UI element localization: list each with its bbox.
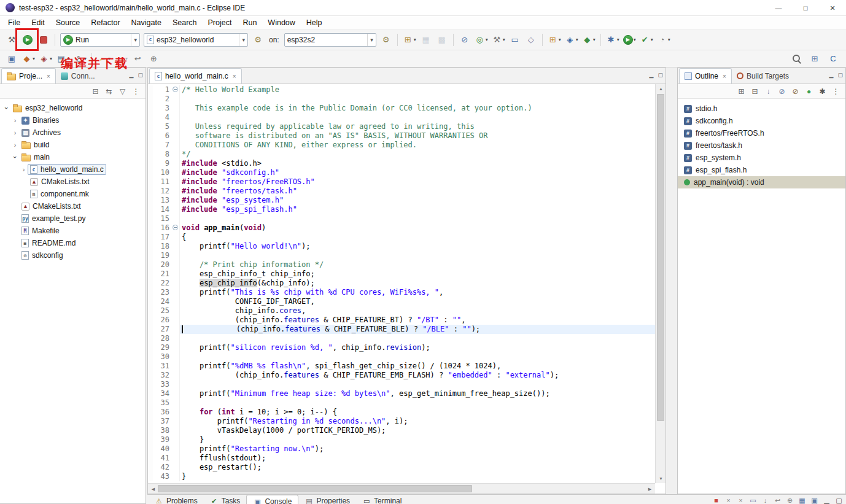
tree-item-build[interactable]: ›build: [0, 139, 146, 151]
open-console-button[interactable]: ▭: [508, 33, 522, 47]
code-line-11[interactable]: 11#include "freertos/FreeRTOS.h": [148, 177, 655, 187]
tree-expanded-arrow-icon[interactable]: ›: [12, 153, 19, 161]
chevron-down-icon[interactable]: ▾: [33, 56, 35, 61]
edit-config-gear-button[interactable]: ⚙: [250, 33, 265, 47]
close-icon[interactable]: ×: [233, 73, 236, 80]
launch-mode-combo[interactable]: ▶Run▾: [60, 33, 140, 47]
tree-item-binaries[interactable]: ›✦Binaries: [0, 114, 146, 126]
menu-item-file[interactable]: File: [2, 16, 26, 29]
console-view-button[interactable]: ▣: [4, 52, 19, 66]
code-line-13[interactable]: 13#include "esp_system.h": [148, 196, 655, 205]
hide-static-icon[interactable]: ⊘: [790, 85, 801, 97]
tab-outline[interactable]: Outline ×: [679, 68, 732, 83]
code-line-17[interactable]: 17{: [148, 233, 655, 242]
scroll-lock-icon[interactable]: ↓: [761, 496, 770, 504]
chevron-down-icon[interactable]: ▾: [617, 37, 619, 42]
vertical-scrollbar[interactable]: ▲ ▼: [655, 84, 666, 483]
build-flash-button[interactable]: ⚒: [4, 33, 19, 47]
minimize-button[interactable]: —: [765, 0, 792, 16]
pin-editor-button[interactable]: ⊕: [146, 52, 161, 66]
code-line-42[interactable]: 42 esp_restart();: [148, 463, 655, 472]
minimize-view-button[interactable]: ▁: [829, 72, 834, 78]
terminate-button[interactable]: [36, 33, 51, 47]
run-history-button[interactable]: ▶▾: [622, 33, 637, 47]
code-line-36[interactable]: 36 for (int i = 10; i >= 0; i--) {: [148, 408, 655, 417]
new-component-button[interactable]: ◈▾: [37, 52, 53, 66]
tree-collapsed-arrow-icon[interactable]: ›: [11, 129, 19, 136]
chevron-down-icon[interactable]: ▾: [108, 56, 111, 61]
close-button[interactable]: ✕: [819, 0, 846, 16]
maximize-view-button[interactable]: ▢: [138, 72, 143, 78]
tree-collapsed-arrow-icon[interactable]: ›: [20, 166, 28, 173]
tree-item-main[interactable]: ›main: [0, 151, 146, 163]
code-area[interactable]: 1/* Hello World Example23 This example c…: [148, 84, 655, 483]
horizontal-scrollbar[interactable]: ◀ ▶: [148, 483, 655, 494]
open-perspective-button[interactable]: ⊞: [807, 52, 822, 66]
maximize-view-icon[interactable]: ▢: [834, 496, 844, 504]
new-sdk-wizard-button[interactable]: ◆▾: [20, 52, 36, 66]
code-line-35[interactable]: 35: [148, 398, 655, 408]
scroll-left-icon[interactable]: ◀: [148, 484, 158, 494]
menu-item-window[interactable]: Window: [262, 16, 300, 29]
minimize-view-button[interactable]: ▁: [130, 72, 134, 78]
chevron-down-icon[interactable]: ▾: [503, 37, 505, 42]
maximize-button[interactable]: □: [792, 0, 819, 16]
fold-collapse-icon[interactable]: [171, 85, 180, 95]
code-line-28[interactable]: 28: [148, 334, 655, 343]
new-wizard-button[interactable]: ⊞▾: [402, 33, 417, 47]
chevron-down-icon[interactable]: ▾: [125, 56, 128, 61]
code-line-30[interactable]: 30: [148, 352, 655, 362]
code-line-15[interactable]: 15: [148, 214, 655, 223]
display-selected-console-icon[interactable]: ▦: [797, 496, 807, 504]
code-line-34[interactable]: 34 printf("Minimum free heap size: %d by…: [148, 389, 655, 398]
hide-non-public-icon[interactable]: ●: [803, 85, 815, 97]
collapse-all-icon[interactable]: ⊟: [90, 85, 101, 97]
code-line-37[interactable]: 37 printf("Restarting in %d seconds...\n…: [148, 417, 655, 426]
tree-collapsed-arrow-icon[interactable]: ›: [11, 141, 19, 149]
coverage-button[interactable]: ✔▾: [638, 33, 654, 47]
menu-item-help[interactable]: Help: [301, 16, 328, 29]
tree-item-esp32-helloworld[interactable]: ›esp32_helloworld: [0, 102, 146, 114]
tree-expanded-arrow-icon[interactable]: ›: [3, 104, 10, 112]
tree-item-component-mk[interactable]: mcomponent.mk: [0, 188, 146, 200]
close-icon[interactable]: ×: [723, 73, 726, 80]
code-line-38[interactable]: 38 vTaskDelay(1000 / portTICK_PERIOD_MS)…: [148, 426, 655, 435]
pin-console-icon[interactable]: ⊕: [785, 496, 794, 504]
tab-build-targets[interactable]: Build Targets: [732, 68, 794, 83]
menu-item-edit[interactable]: Edit: [26, 16, 50, 29]
target-combo[interactable]: esp32s2▾: [284, 33, 376, 47]
tree-collapsed-arrow-icon[interactable]: ›: [11, 117, 19, 124]
code-line-12[interactable]: 12#include "freertos/task.h": [148, 187, 655, 196]
chevron-down-icon[interactable]: ▾: [668, 37, 670, 42]
sort-icon[interactable]: ↓: [763, 85, 774, 97]
collapse-all-icon[interactable]: ⊟: [749, 85, 761, 97]
external-tools-button[interactable]: ◎▾: [473, 33, 489, 47]
new-folder-button[interactable]: ⊞▾: [546, 33, 562, 47]
open-console-icon[interactable]: ▣: [810, 496, 819, 504]
clear-console-icon[interactable]: ▭: [748, 496, 758, 504]
code-line-14[interactable]: 14#include "esp_spi_flash.h": [148, 205, 655, 214]
code-line-20[interactable]: 20 /* Print chip information */: [148, 260, 655, 269]
minimize-view-icon[interactable]: ▁: [822, 496, 831, 504]
menu-item-project[interactable]: Project: [203, 16, 238, 29]
code-line-2[interactable]: 2: [148, 95, 655, 104]
outline-item-app-main-void-void[interactable]: app_main(void) : void: [678, 176, 845, 188]
code-line-16[interactable]: 16void app_main(void): [148, 223, 655, 233]
chevron-down-icon[interactable]: ▾: [593, 37, 596, 42]
heap-trace-button[interactable]: ▤▾: [55, 52, 71, 66]
code-line-9[interactable]: 9#include <stdio.h>: [148, 159, 655, 168]
code-line-5[interactable]: 5 Unless required by applicable law or a…: [148, 122, 655, 131]
editor-tab-hello-world-main-c[interactable]: c hello_world_main.c ×: [149, 68, 242, 83]
link-with-editor-icon[interactable]: ⇆: [103, 85, 115, 97]
tab-problems[interactable]: ⚠Problems: [149, 495, 204, 504]
search-button[interactable]: [789, 52, 804, 66]
tab-terminal[interactable]: ▭Terminal: [356, 495, 408, 504]
code-line-21[interactable]: 21 esp_chip_info_t chip_info;: [148, 269, 655, 279]
code-line-3[interactable]: 3 This example code is in the Public Dom…: [148, 104, 655, 113]
remove-all-launches-icon[interactable]: ×: [736, 496, 745, 504]
scroll-up-icon[interactable]: ▲: [656, 84, 666, 93]
tab-project-explorer[interactable]: Proje... ×: [1, 68, 56, 83]
launch-config-combo[interactable]: cesp32_helloworld▾: [144, 33, 248, 47]
code-line-27[interactable]: 27 (chip_info.features & CHIP_FEATURE_BL…: [148, 325, 655, 334]
skip-breakpoints-button[interactable]: ⊘: [457, 33, 472, 47]
